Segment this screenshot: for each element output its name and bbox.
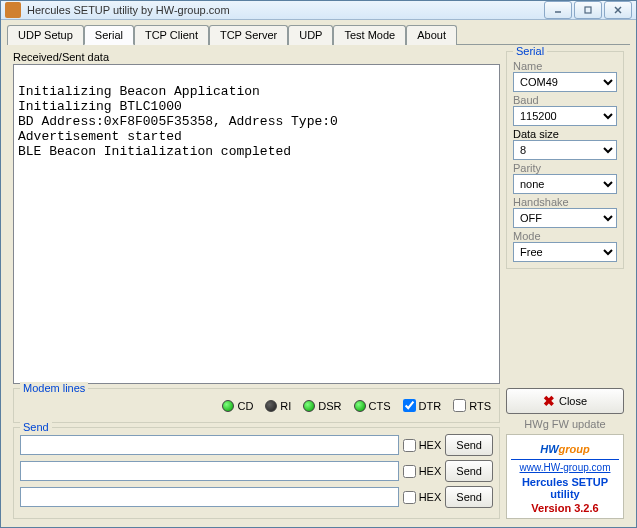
checkbox-rts[interactable]: RTS <box>453 399 491 412</box>
logo-version: Version 3.2.6 <box>511 502 619 514</box>
cfg-label-baud: Baud <box>513 94 617 106</box>
led-dsr: DSR <box>303 400 341 412</box>
led-cd: CD <box>222 400 253 412</box>
close-window-button[interactable] <box>604 1 632 19</box>
cfg-select-baud[interactable]: 115200 <box>513 106 617 126</box>
hex-checkbox-2[interactable]: HEX <box>403 491 442 504</box>
app-window: Hercules SETUP utility by HW-group.com U… <box>0 0 637 528</box>
cfg-select-handshake[interactable]: OFF <box>513 208 617 228</box>
send-input-2[interactable] <box>20 487 399 507</box>
cfg-label-parity: Parity <box>513 162 617 174</box>
tab-tcp-client[interactable]: TCP Client <box>134 25 209 45</box>
minimize-button[interactable] <box>544 1 572 19</box>
tab-udp-setup[interactable]: UDP Setup <box>7 25 84 45</box>
logo-box: HWgroup www.HW-group.com Hercules SETUP … <box>506 434 624 519</box>
cfg-label-data-size: Data size <box>513 128 617 140</box>
hex-checkbox-1[interactable]: HEX <box>403 465 442 478</box>
tab-test-mode[interactable]: Test Mode <box>333 25 406 45</box>
send-legend: Send <box>20 421 52 433</box>
modem-legend: Modem lines <box>20 382 88 394</box>
cfg-select-data-size[interactable]: 8 <box>513 140 617 160</box>
cfg-select-parity[interactable]: none <box>513 174 617 194</box>
send-button-1[interactable]: Send <box>445 460 493 482</box>
led-ri: RI <box>265 400 291 412</box>
serial-group: Serial NameCOM49Baud115200Data size8Pari… <box>506 51 624 269</box>
send-input-0[interactable] <box>20 435 399 455</box>
logo-product: Hercules SETUP utility <box>511 476 619 500</box>
tab-bar: UDP SetupSerialTCP ClientTCP ServerUDPTe… <box>1 20 636 44</box>
cfg-select-mode[interactable]: Free <box>513 242 617 262</box>
send-button-2[interactable]: Send <box>445 486 493 508</box>
hex-checkbox-0[interactable]: HEX <box>403 439 442 452</box>
led-cts: CTS <box>354 400 391 412</box>
cfg-label-name: Name <box>513 60 617 72</box>
modem-lines-group: Modem lines CDRIDSRCTSDTRRTS <box>13 388 500 423</box>
send-button-0[interactable]: Send <box>445 434 493 456</box>
led-indicator-icon <box>354 400 366 412</box>
logo-url[interactable]: www.HW-group.com <box>511 459 619 473</box>
received-label: Received/Sent data <box>13 51 500 63</box>
maximize-button[interactable] <box>574 1 602 19</box>
send-row: HEXSend <box>20 460 493 482</box>
led-indicator-icon <box>222 400 234 412</box>
logo: HWgroup <box>511 439 619 457</box>
app-icon <box>5 2 21 18</box>
fw-update-link[interactable]: HWg FW update <box>506 418 624 430</box>
cfg-select-name[interactable]: COM49 <box>513 72 617 92</box>
tab-about[interactable]: About <box>406 25 457 45</box>
send-row: HEXSend <box>20 486 493 508</box>
tab-tcp-server[interactable]: TCP Server <box>209 25 288 45</box>
cfg-label-mode: Mode <box>513 230 617 242</box>
tab-udp[interactable]: UDP <box>288 25 333 45</box>
svg-rect-1 <box>585 7 591 13</box>
tab-serial[interactable]: Serial <box>84 25 134 45</box>
send-input-1[interactable] <box>20 461 399 481</box>
terminal-output[interactable]: Initializing Beacon Application Initiali… <box>13 64 500 384</box>
serial-legend: Serial <box>513 45 547 57</box>
close-label: Close <box>559 395 587 407</box>
titlebar: Hercules SETUP utility by HW-group.com <box>1 1 636 20</box>
checkbox-dtr[interactable]: DTR <box>403 399 442 412</box>
close-button[interactable]: ✖ Close <box>506 388 624 414</box>
send-group: Send HEXSendHEXSendHEXSend <box>13 427 500 519</box>
led-indicator-icon <box>265 400 277 412</box>
close-icon: ✖ <box>543 393 555 409</box>
led-indicator-icon <box>303 400 315 412</box>
window-title: Hercules SETUP utility by HW-group.com <box>27 4 544 16</box>
cfg-label-handshake: Handshake <box>513 196 617 208</box>
send-row: HEXSend <box>20 434 493 456</box>
